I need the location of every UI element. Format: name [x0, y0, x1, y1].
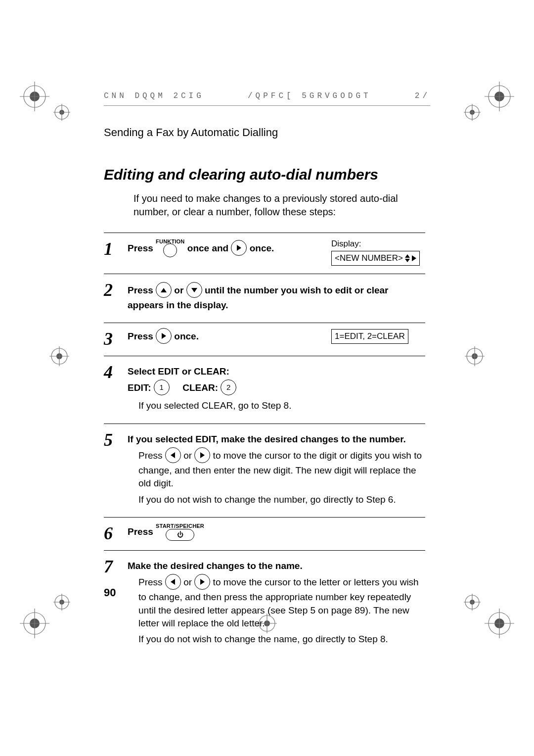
- step-number: 7: [104, 557, 128, 649]
- step5-head: If you selected EDIT, make the desired c…: [128, 433, 425, 446]
- step-2: 2 Press or until the number you wish to …: [104, 274, 425, 323]
- running-head: Sending a Fax by Automatic Dialling: [104, 126, 425, 139]
- step6-press: Press: [128, 526, 153, 536]
- left-arrow-key-icon: [165, 447, 181, 463]
- page-number: 90: [104, 586, 116, 599]
- down-arrow-key-icon: [186, 282, 202, 298]
- step7-or: or: [183, 577, 192, 587]
- funktion-key: FUNKTION: [156, 239, 184, 258]
- step5-p2: If you do not wish to change the number,…: [138, 493, 425, 506]
- step3-once: once.: [174, 331, 199, 341]
- start-speicher-key-label: START/SPEICHER: [156, 523, 204, 529]
- display-box: 1=EDIT, 2=CLEAR: [331, 329, 408, 344]
- key-2-icon: 2: [221, 379, 236, 395]
- step5-or: or: [183, 450, 192, 461]
- display-label: Display:: [331, 239, 425, 249]
- step-1: 1 Press FUNKTION once and once. Display:: [104, 233, 425, 274]
- reg-dot-top-right: [464, 104, 481, 121]
- header-mid: /QPFC[ 5GRVGODGT: [248, 92, 371, 100]
- display-text: 1=EDIT, 2=CLEAR: [335, 331, 405, 341]
- reg-dot-bot-right: [464, 594, 481, 611]
- step-5: 5 If you selected EDIT, make the desired…: [104, 424, 425, 517]
- step1-once: once.: [250, 243, 274, 253]
- step-number: 6: [104, 523, 128, 542]
- step4-clear-label: CLEAR:: [182, 382, 218, 393]
- key-1-icon: 1: [154, 379, 170, 395]
- up-arrow-key-icon: [156, 282, 172, 298]
- step-4: 4 Select EDIT or CLEAR: EDIT: 1 CLEAR: 2…: [104, 356, 425, 424]
- reg-dot-mid-right: [465, 346, 485, 366]
- step2-or: or: [174, 285, 183, 295]
- header-right: 2/: [415, 92, 430, 100]
- right-arrow-key-icon: [194, 574, 210, 590]
- step4-note: If you selected CLEAR, go to Step 8.: [138, 399, 425, 412]
- step7-head: Make the desired changes to the name.: [128, 560, 425, 572]
- imposition-header: CNN DQQM 2CIG /QPFC[ 5GRVGODGT 2/: [104, 92, 430, 106]
- step5-p1a: Press: [138, 450, 163, 461]
- intro-paragraph: If you need to make changes to a previou…: [134, 192, 425, 219]
- display-box: <NEW NUMBER>: [331, 251, 420, 266]
- page-title: Editing and clearing auto-dial numbers: [104, 166, 425, 183]
- display-text: <NEW NUMBER>: [335, 253, 403, 263]
- reg-dot-mid-left: [49, 346, 69, 366]
- document-page: { "header": { "left": "CNN DQQM 2CIG", "…: [0, 0, 534, 756]
- right-triangle-icon: [412, 255, 416, 261]
- step4-head: Select EDIT or CLEAR:: [128, 365, 425, 378]
- step-number: 3: [104, 329, 128, 348]
- funktion-key-icon: [163, 243, 177, 257]
- step4-edit-label: EDIT:: [128, 382, 151, 393]
- step-number: 1: [104, 239, 128, 266]
- crop-mark-bot-right: [485, 609, 514, 638]
- step7-p1a: Press: [138, 577, 163, 587]
- right-arrow-key-icon: [231, 240, 247, 256]
- step-number: 4: [104, 362, 128, 416]
- right-arrow-key-icon: [194, 447, 210, 463]
- start-speicher-key: START/SPEICHER ⏻: [156, 523, 204, 541]
- step7-p1b: to move the cursor to the letter or lett…: [138, 577, 419, 628]
- updown-icon: [405, 254, 410, 262]
- step-3: 3 Press once. 1=EDIT, 2=CLEAR: [104, 323, 425, 356]
- start-speicher-key-icon: ⏻: [166, 529, 194, 541]
- step2-press: Press: [128, 285, 153, 295]
- step5-p1b: to move the cursor to the digit or digit…: [138, 450, 422, 488]
- reg-dot-bot-left: [53, 594, 70, 611]
- step7-p2: If you do not wish to change the name, g…: [138, 633, 425, 646]
- step-6: 6 Press START/SPEICHER ⏻: [104, 517, 425, 550]
- step-number: 5: [104, 430, 128, 509]
- header-left: CNN DQQM 2CIG: [104, 92, 204, 100]
- left-arrow-key-icon: [165, 574, 181, 590]
- step3-press: Press: [128, 331, 153, 341]
- crop-mark-top-right: [485, 82, 514, 111]
- right-arrow-key-icon: [156, 328, 172, 344]
- step-7: 7 Make the desired changes to the name. …: [104, 550, 425, 657]
- crop-mark-bot-left: [20, 609, 49, 638]
- step-number: 2: [104, 280, 128, 315]
- reg-dot-top-left: [53, 104, 70, 121]
- crop-mark-top-left: [20, 82, 49, 111]
- step1-press: Press: [128, 243, 153, 253]
- page-content: Sending a Fax by Automatic Dialling Edit…: [104, 126, 425, 657]
- step1-onceand: once and: [187, 243, 228, 253]
